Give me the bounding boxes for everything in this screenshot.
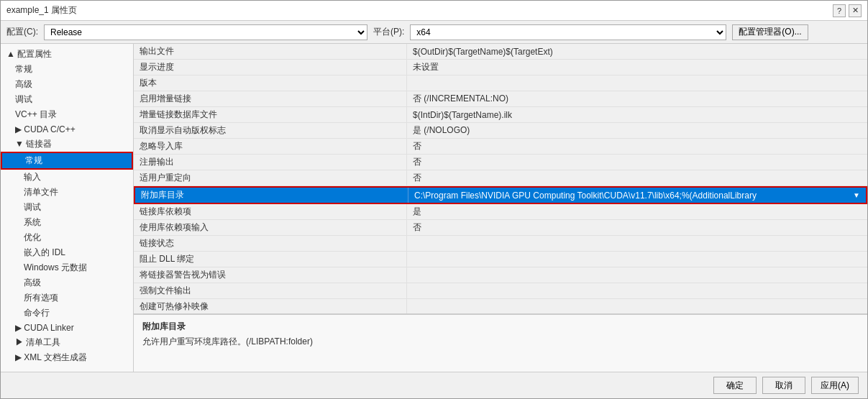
prop-value: [407, 236, 867, 251]
prop-name: 忽略导入库: [134, 139, 407, 154]
title-controls: ? ✕: [833, 4, 862, 17]
prop-name: 适用户重定向: [134, 170, 407, 185]
sidebar-item-xml-gen[interactable]: ▶ XML 文档生成器: [1, 350, 133, 365]
prop-value: 是 (/NOLOGO): [407, 123, 867, 138]
prop-value[interactable]: C:\Program Files\NVIDIA GPU Computing To…: [408, 188, 866, 203]
prop-name: 将链接器警告视为错误: [134, 267, 407, 283]
dropdown-arrow-icon[interactable]: ▼: [853, 191, 860, 199]
prop-value: 未设置: [407, 60, 867, 75]
sidebar-item-ming-ling-hang[interactable]: 命令行: [1, 306, 133, 321]
platform-label: 平台(P):: [373, 26, 404, 38]
prop-name: 链接库依赖项: [134, 204, 407, 219]
properties-table: 输出文件$(OutDir)$(TargetName)$(TargetExt)显示…: [134, 44, 867, 314]
sidebar-item-pei-zhi-shu-xing[interactable]: ▲ 配置属性: [1, 47, 133, 62]
properties-panel: 输出文件$(OutDir)$(TargetName)$(TargetExt)显示…: [134, 44, 867, 372]
prop-name: 显示进度: [134, 60, 407, 75]
table-row[interactable]: 创建可热修补映像: [134, 299, 867, 314]
table-row[interactable]: 增量链接数据库文件$(IntDir)$(TargetName).ilk: [134, 107, 867, 123]
sidebar-item-xi-tong[interactable]: 系统: [1, 215, 133, 230]
sidebar-item-qian-ru-idl[interactable]: 嵌入的 IDL: [1, 245, 133, 260]
prop-name: 增量链接数据库文件: [134, 107, 407, 122]
prop-value: 是: [407, 204, 867, 219]
prop-name: 版本: [134, 75, 407, 91]
sidebar-item-windows-meta[interactable]: Windows 元数据: [1, 260, 133, 275]
prop-value: [407, 252, 867, 267]
prop-name: 阻止 DLL 绑定: [134, 252, 407, 267]
sidebar-item-suo-you-xuan-xiang[interactable]: 所有选项: [1, 290, 133, 306]
sidebar-item-qing-dan-wen-jian[interactable]: 清单文件: [1, 185, 133, 200]
sidebar-item-diao-shi[interactable]: 调试: [1, 92, 133, 107]
prop-value: 否: [407, 170, 867, 185]
prop-value: $(OutDir)$(TargetName)$(TargetExt): [407, 44, 867, 59]
table-row[interactable]: 输出文件$(OutDir)$(TargetName)$(TargetExt): [134, 44, 867, 60]
prop-name: 输出文件: [134, 44, 407, 59]
table-row[interactable]: 显示进度未设置: [134, 60, 867, 75]
cancel-button[interactable]: 取消: [762, 377, 805, 394]
prop-name: 启用增量链接: [134, 91, 407, 106]
sidebar-item-gao-ji-sub[interactable]: 高级: [1, 275, 133, 290]
window-title: example_1 属性页: [6, 4, 77, 17]
sidebar-item-chang-gui-sub[interactable]: 常规: [1, 152, 133, 170]
prop-value: 否 (/INCREMENTAL:NO): [407, 91, 867, 106]
prop-name: 链接状态: [134, 236, 407, 251]
config-bar: 配置(C): Release 平台(P): x64 配置管理器(O)...: [1, 21, 867, 44]
main-window: example_1 属性页 ? ✕ 配置(C): Release 平台(P): …: [0, 0, 868, 399]
sidebar-item-shu-ru[interactable]: 输入: [1, 170, 133, 185]
sidebar-item-lian-jie-qi[interactable]: ▼ 链接器: [1, 137, 133, 152]
description-panel: 附加库目录 允许用户重写环境库路径。(/LIBPATH:folder): [134, 314, 867, 372]
sidebar-item-chang-gui[interactable]: 常规: [1, 62, 133, 77]
sidebar-item-diao-shi-sub[interactable]: 调试: [1, 200, 133, 215]
help-button[interactable]: ?: [833, 4, 846, 17]
description-text: 允许用户重写环境库路径。(/LIBPATH:folder): [142, 336, 859, 348]
sidebar: ▲ 配置属性常规高级调试VC++ 目录▶ CUDA C/C++▼ 链接器常规输入…: [1, 44, 134, 372]
prop-name: 强制文件输出: [134, 283, 407, 298]
description-title: 附加库目录: [142, 321, 859, 333]
table-row[interactable]: 使用库依赖项输入否: [134, 220, 867, 236]
ok-button[interactable]: 确定: [713, 377, 757, 394]
prop-name: 附加库目录: [135, 188, 408, 203]
prop-value: [407, 283, 867, 298]
title-bar: example_1 属性页 ? ✕: [1, 1, 867, 21]
close-button[interactable]: ✕: [849, 4, 862, 17]
sidebar-item-qing-dan-gong-ju[interactable]: ▶ 清单工具: [1, 335, 133, 350]
prop-value: [407, 75, 867, 91]
table-row[interactable]: 适用户重定向否: [134, 170, 867, 186]
config-select[interactable]: Release: [44, 24, 367, 40]
platform-select[interactable]: x64: [410, 24, 726, 40]
sidebar-item-cuda-cpp[interactable]: ▶ CUDA C/C++: [1, 122, 133, 137]
table-row[interactable]: 启用增量链接否 (/INCREMENTAL:NO): [134, 91, 867, 107]
apply-button[interactable]: 应用(A): [811, 377, 859, 394]
prop-value: [407, 267, 867, 283]
table-row[interactable]: 版本: [134, 75, 867, 91]
prop-value: 否: [407, 139, 867, 154]
table-row[interactable]: 忽略导入库否: [134, 139, 867, 155]
table-row[interactable]: 取消显示自动版权标志是 (/NOLOGO): [134, 123, 867, 139]
table-row[interactable]: 强制文件输出: [134, 283, 867, 299]
sidebar-item-cuda-linker[interactable]: ▶ CUDA Linker: [1, 321, 133, 335]
table-row[interactable]: 阻止 DLL 绑定: [134, 252, 867, 267]
prop-value: 否: [407, 220, 867, 235]
prop-value: 否: [407, 155, 867, 170]
config-manager-button[interactable]: 配置管理器(O)...: [732, 24, 808, 40]
prop-value: $(IntDir)$(TargetName).ilk: [407, 107, 867, 122]
prop-value: [407, 299, 867, 314]
table-row[interactable]: 注册输出否: [134, 155, 867, 170]
table-row[interactable]: 链接状态: [134, 236, 867, 252]
prop-name: 取消显示自动版权标志: [134, 123, 407, 138]
prop-name: 创建可热修补映像: [134, 299, 407, 314]
table-row[interactable]: 将链接器警告视为错误: [134, 267, 867, 283]
footer-buttons: 确定 取消 应用(A): [1, 372, 867, 398]
sidebar-item-gao-ji[interactable]: 高级: [1, 77, 133, 92]
prop-name: 注册输出: [134, 155, 407, 170]
sidebar-item-vc-dir[interactable]: VC++ 目录: [1, 107, 133, 122]
prop-name: 使用库依赖项输入: [134, 220, 407, 235]
table-row[interactable]: 链接库依赖项是: [134, 204, 867, 220]
config-label: 配置(C):: [6, 26, 38, 38]
main-content: ▲ 配置属性常规高级调试VC++ 目录▶ CUDA C/C++▼ 链接器常规输入…: [1, 44, 867, 372]
sidebar-item-you-hua[interactable]: 优化: [1, 230, 133, 245]
table-row[interactable]: 附加库目录C:\Program Files\NVIDIA GPU Computi…: [134, 186, 867, 204]
